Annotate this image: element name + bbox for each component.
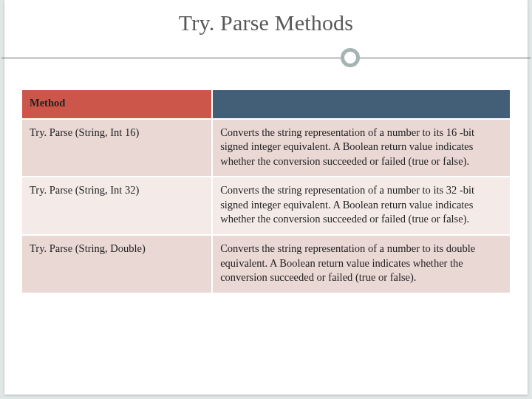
method-name: Try. Parse (String, Double) bbox=[21, 235, 212, 293]
table-header-row: Method bbox=[21, 89, 511, 119]
header-description bbox=[212, 89, 511, 119]
methods-table: Method Try. Parse (String, Int 16) Conve… bbox=[21, 89, 511, 294]
title-area: Try. Parse Methods bbox=[4, 0, 528, 81]
method-description: Converts the string representation of a … bbox=[212, 235, 511, 293]
method-description: Converts the string representation of a … bbox=[212, 119, 511, 177]
slide-title: Try. Parse Methods bbox=[4, 10, 528, 35]
method-name: Try. Parse (String, Int 32) bbox=[21, 177, 212, 235]
ring-icon bbox=[341, 48, 360, 67]
slide: Try. Parse Methods Method Try. Parse (St… bbox=[4, 0, 528, 395]
method-name: Try. Parse (String, Int 16) bbox=[21, 119, 212, 177]
header-method: Method bbox=[21, 89, 212, 119]
method-description: Converts the string representation of a … bbox=[212, 177, 511, 235]
table-row: Try. Parse (String, Int 16) Converts the… bbox=[21, 119, 511, 177]
table-row: Try. Parse (String, Double) Converts the… bbox=[21, 235, 511, 293]
horizontal-rule bbox=[1, 58, 531, 58]
table-row: Try. Parse (String, Int 32) Converts the… bbox=[21, 177, 511, 235]
